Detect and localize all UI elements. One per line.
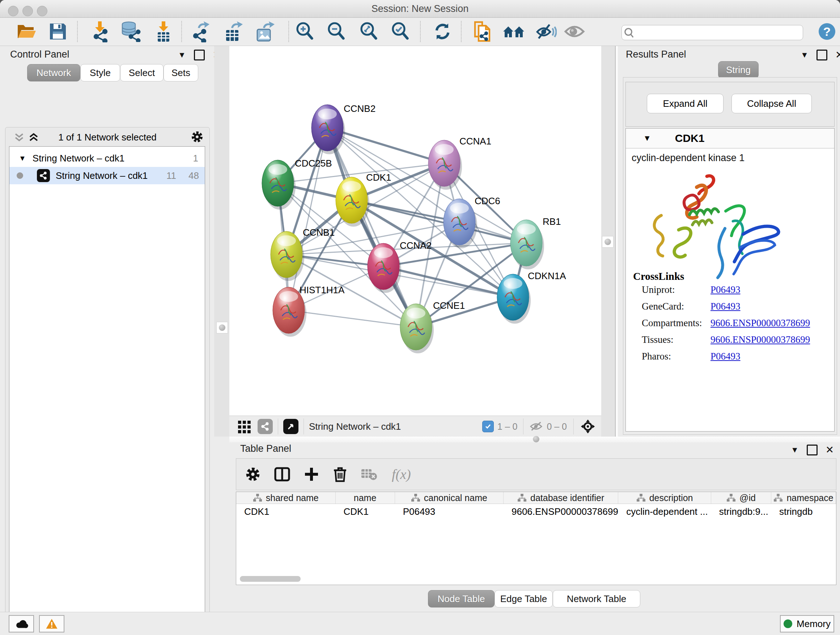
search-field[interactable] (622, 25, 803, 40)
network-view-icon[interactable] (257, 419, 273, 434)
tab-network[interactable]: Network (27, 64, 80, 81)
section-collapse-icon[interactable]: ▼ (643, 134, 651, 143)
tab-node-table[interactable]: Node Table (428, 590, 494, 608)
home-icon[interactable] (502, 20, 526, 43)
selected-checkbox-icon[interactable] (482, 421, 494, 432)
right-splitter-handle[interactable] (602, 236, 614, 248)
network-collection-row[interactable]: ▼ String Network – cdk1 1 (9, 149, 205, 167)
table-cell[interactable]: stringdb (771, 506, 836, 517)
delete-table-icon[interactable] (361, 468, 377, 481)
float-panel-icon[interactable] (807, 445, 818, 455)
left-splitter[interactable] (214, 46, 229, 437)
table-cell[interactable]: CDK1 (335, 506, 395, 517)
zoom-fit-icon[interactable] (357, 20, 381, 43)
search-input[interactable] (638, 27, 795, 38)
delete-column-icon[interactable] (332, 466, 347, 483)
open-folder-icon[interactable] (15, 20, 39, 43)
network-row[interactable]: String Network – cdk1 11 48 (9, 167, 205, 184)
save-icon[interactable] (46, 20, 70, 43)
horizontal-splitter[interactable] (229, 437, 840, 442)
left-splitter-handle[interactable] (216, 322, 228, 333)
column-header-namespace[interactable]: namespace (771, 492, 836, 504)
cloud-button[interactable] (9, 615, 34, 632)
right-splitter[interactable] (601, 46, 615, 437)
hidden-eye-icon[interactable] (529, 421, 543, 432)
table-cell[interactable]: P06493 (395, 506, 504, 517)
zoom-in-icon[interactable] (293, 20, 317, 43)
crosslink-link[interactable]: P06493 (711, 301, 741, 318)
crosslink-link[interactable]: P06493 (711, 284, 741, 301)
horizontal-scrollbar[interactable] (240, 576, 301, 582)
column-type-icon (411, 494, 420, 502)
column-header-name[interactable]: name (336, 492, 395, 504)
expand-all-button[interactable]: Expand All (647, 94, 723, 113)
network-edge[interactable] (352, 200, 526, 243)
hidden-count: 0 – 0 (546, 421, 567, 432)
crosslink-link[interactable]: 9606.ENSP00000378699 (711, 318, 810, 334)
memory-button[interactable]: Memory (780, 615, 834, 632)
table-options-gear-icon[interactable] (245, 466, 261, 482)
grid-view-icon[interactable] (237, 419, 252, 434)
tab-sets[interactable]: Sets (164, 64, 198, 81)
tab-select[interactable]: Select (120, 64, 164, 81)
column-header--id[interactable]: @id (711, 492, 771, 504)
zoom-selected-icon[interactable] (388, 20, 412, 43)
crosslink-link[interactable]: P06493 (711, 351, 741, 367)
crosslink-link[interactable]: 9606.ENSP00000378699 (711, 334, 810, 351)
function-builder-icon[interactable]: f(x) (392, 466, 411, 482)
network-canvas[interactable]: CCNB2CCNA1CDC25BCDK1CDC6RB1CCNB1CCNA2CDK… (229, 46, 601, 416)
tab-network-table[interactable]: Network Table (553, 590, 640, 608)
column-header-canonical-name[interactable]: canonical name (395, 492, 504, 504)
network-node-CDC25B[interactable]: CDC25B (262, 158, 332, 206)
add-column-icon[interactable] (303, 466, 319, 482)
panel-menu-icon[interactable]: ▼ (178, 50, 186, 60)
refresh-icon[interactable] (431, 20, 454, 43)
export-image-icon[interactable] (253, 20, 276, 43)
panel-menu-icon[interactable]: ▼ (801, 50, 808, 60)
duplicate-network-icon[interactable] (470, 20, 494, 43)
table-row[interactable]: CDK1CDK1P064939606.ENSP00000378699cyclin… (236, 504, 836, 519)
hide-selected-icon[interactable] (534, 20, 558, 43)
close-panel-icon[interactable]: ✕ (835, 51, 840, 59)
column-header-shared-name[interactable]: shared name (236, 492, 336, 504)
fit-content-icon[interactable] (580, 419, 595, 434)
cdk1-section-header[interactable]: ▼ CDK1 (626, 128, 834, 149)
network-edge[interactable] (289, 310, 416, 327)
network-options-gear-icon[interactable] (191, 130, 204, 143)
panel-menu-icon[interactable]: ▼ (791, 445, 799, 455)
tab-edge-table[interactable]: Edge Table (494, 590, 553, 608)
network-node-CDKN1A[interactable]: CDKN1A (497, 271, 566, 320)
network-edge[interactable] (327, 128, 416, 327)
table-cell[interactable]: CDK1 (236, 506, 335, 517)
table-cell[interactable]: 9606.ENSP00000378699 (504, 506, 618, 517)
show-columns-icon[interactable] (274, 466, 291, 483)
table-cell[interactable]: cyclin-dependent ... (618, 506, 711, 517)
close-panel-icon[interactable]: ✕ (826, 446, 834, 454)
network-edge[interactable] (384, 266, 513, 297)
import-network-icon[interactable] (88, 20, 112, 43)
import-database-icon[interactable] (118, 20, 142, 43)
float-panel-icon[interactable] (816, 50, 827, 60)
column-header-description[interactable]: description (618, 492, 711, 504)
toolbar-separator (288, 21, 289, 42)
show-all-icon[interactable] (562, 20, 586, 43)
export-table-icon[interactable] (221, 20, 245, 43)
column-header-database-identifier[interactable]: database identifier (504, 492, 618, 504)
birds-eye-view-icon[interactable] (283, 419, 298, 434)
table-cell[interactable]: stringdb:9... (711, 506, 771, 517)
network-node-CDK1[interactable]: CDK1 (336, 172, 391, 223)
tab-string[interactable]: String (718, 61, 759, 79)
warnings-button[interactable] (39, 615, 65, 632)
node-table[interactable]: shared namenamecanonical namedatabase id… (236, 492, 836, 585)
export-network-icon[interactable] (189, 20, 213, 43)
network-edge[interactable] (289, 128, 327, 310)
network-node-RB1[interactable]: RB1 (510, 216, 561, 266)
import-table-icon[interactable] (152, 20, 175, 43)
zoom-out-icon[interactable] (325, 20, 348, 43)
collapse-all-button[interactable]: Collapse All (731, 94, 812, 113)
tab-style[interactable]: Style (80, 64, 120, 81)
tree-expand-icon[interactable]: ▼ (19, 154, 26, 163)
help-icon[interactable]: ? (815, 20, 839, 43)
float-panel-icon[interactable] (194, 50, 205, 60)
network-node-HIST1H1A[interactable]: HIST1H1A (273, 285, 345, 333)
